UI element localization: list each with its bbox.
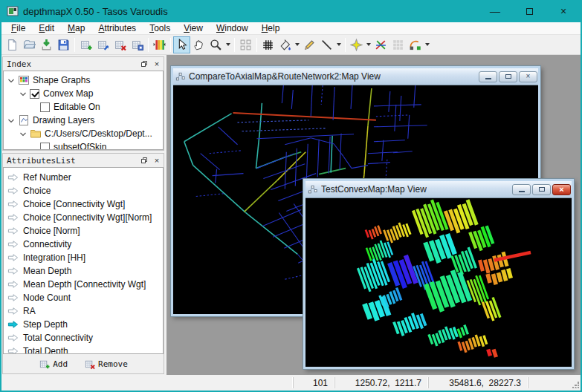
menu-item-file[interactable]: File: [4, 22, 32, 34]
attribute-item-connectivity[interactable]: Connectivity: [4, 238, 163, 251]
titlebar: depthmapX 0.50 - Tasos Varoudis — ×: [1, 0, 581, 22]
fill-dropdown-caret[interactable]: [294, 36, 301, 53]
attribute-arrow-icon: [7, 226, 19, 235]
draw-line-dropdown-caret[interactable]: [335, 36, 343, 53]
toolbar-draw-line-button[interactable]: [318, 36, 335, 53]
menu-item-tools[interactable]: Tools: [143, 22, 177, 34]
attribute-item-integration-hh[interactable]: Integration [HH]: [4, 251, 163, 264]
attribute-item-choice[interactable]: Choice: [4, 184, 163, 197]
toolbar-show-grid-button[interactable]: [259, 36, 277, 53]
toolbar-color-range-button[interactable]: [151, 36, 168, 53]
child-close-button[interactable]: ×: [552, 184, 571, 195]
toolbar-delete-map-button[interactable]: [111, 36, 129, 53]
tree-item-drawing-layers[interactable]: Drawing Layers: [4, 114, 163, 127]
toolbar-add-map-button[interactable]: [77, 36, 94, 53]
toolbar-separator: [170, 38, 171, 52]
attribute-item-node-count[interactable]: Node Count: [4, 291, 163, 304]
chevron-down-icon[interactable]: [7, 76, 15, 84]
chevron-down-icon[interactable]: [7, 117, 15, 124]
tree-item-shape-graphs[interactable]: Shape Graphs: [4, 74, 163, 87]
attribute-item-total-depth[interactable]: Total Depth: [4, 344, 163, 354]
menu-item-attributes[interactable]: Attributes: [91, 22, 143, 34]
toolbar-axial-map-button[interactable]: [372, 36, 389, 53]
toolbar-fill-button[interactable]: [277, 36, 294, 53]
fill-icon: [279, 39, 291, 51]
toolbar-pencil-button[interactable]: [301, 36, 318, 53]
toolbar-separator: [256, 38, 257, 52]
toolbar-step-depth-button[interactable]: [407, 36, 424, 53]
child-minimize-button[interactable]: [479, 71, 497, 82]
subsetofskin-checkbox[interactable]: [40, 143, 50, 151]
drawing-layers-icon: [18, 114, 30, 126]
map-view-icon: [307, 184, 318, 195]
toolbar-block-map-button[interactable]: [389, 36, 407, 53]
maximize-icon: [539, 187, 545, 192]
chevron-down-icon[interactable]: [19, 130, 27, 137]
toolbar-zoom-extents-button[interactable]: [237, 36, 254, 53]
toolbar-separator: [234, 38, 235, 52]
attribute-label: Node Count: [23, 293, 71, 303]
attributes-panel: AttributesList × Ref NumberChoiceChoice …: [2, 153, 164, 374]
convex-window-title: TestConvexMap:Map View: [321, 184, 427, 195]
menu-item-edit[interactable]: Edit: [32, 22, 61, 34]
save-icon: [57, 39, 70, 51]
axial-window-titlebar[interactable]: CompareToAxialMap&RouteNetwork2:Map View…: [173, 68, 538, 85]
float-panel-icon[interactable]: [140, 59, 149, 68]
toolbar-select-button[interactable]: [173, 36, 190, 53]
toolbar-convert-map-button[interactable]: [94, 36, 111, 53]
attribute-item-choice-connectivity-wgt-norm[interactable]: Choice [Connectivity Wgt][Norm]: [4, 211, 163, 224]
menu-item-view[interactable]: View: [177, 22, 210, 34]
menu-item-map[interactable]: Map: [61, 22, 91, 34]
minimize-button[interactable]: —: [478, 0, 512, 22]
menu-item-window[interactable]: Window: [210, 22, 255, 34]
attribute-item-total-connectivity[interactable]: Total Connectivity: [4, 331, 163, 344]
child-minimize-button[interactable]: [512, 184, 531, 195]
step-depth-dropdown-caret[interactable]: [424, 36, 431, 53]
convex-map-view[interactable]: [305, 197, 572, 367]
zoom-dropdown-caret[interactable]: [224, 36, 232, 53]
attribute-item-ref-number[interactable]: Ref Number: [4, 171, 163, 184]
remove-attribute-button[interactable]: Remove: [84, 359, 128, 370]
attribute-item-mean-depth[interactable]: Mean Depth: [4, 264, 163, 278]
attribute-item-mean-depth-connectivity-wgt[interactable]: Mean Depth [Connectivity Wgt]: [4, 278, 163, 291]
close-panel-icon[interactable]: ×: [152, 59, 161, 68]
convex-map-checkbox[interactable]: [30, 89, 39, 99]
close-panel-icon[interactable]: ×: [152, 156, 161, 165]
toolbar-new-file-button[interactable]: [4, 36, 21, 53]
toolbar-import-button[interactable]: [38, 36, 55, 53]
float-panel-icon[interactable]: [140, 156, 149, 165]
tree-item-subsetofskin[interactable]: subsetOfSkin: [4, 140, 163, 150]
chevron-down-icon[interactable]: [19, 90, 27, 97]
close-button[interactable]: ×: [546, 0, 581, 22]
attribute-item-ra[interactable]: RA: [4, 304, 163, 318]
tree-item-editable-on[interactable]: Editable On: [4, 100, 163, 114]
child-maximize-button[interactable]: [532, 184, 551, 195]
isovist-dropdown-caret[interactable]: [365, 36, 372, 53]
maximize-button[interactable]: [512, 0, 546, 22]
caret-down-icon: [337, 43, 341, 46]
add-attribute-button[interactable]: Add: [39, 359, 68, 370]
editable-on-checkbox[interactable]: [40, 102, 50, 112]
toolbar-save-button[interactable]: [55, 36, 72, 53]
convex-map-canvas[interactable]: [305, 198, 572, 367]
toolbar-push-map-button[interactable]: [129, 36, 146, 53]
convex-window-titlebar[interactable]: TestConvexMap:Map View ×: [305, 181, 572, 197]
attribute-item-choice-connectivity-wgt[interactable]: Choice [Connectivity Wgt]: [4, 197, 163, 211]
tree-item-convex-map[interactable]: Convex Map: [4, 87, 163, 100]
attribute-arrow-icon: [7, 293, 19, 302]
child-close-button[interactable]: ×: [519, 71, 537, 82]
index-panel-header: Index ×: [3, 57, 164, 71]
menu-item-help[interactable]: Help: [255, 22, 287, 34]
toolbar-pan-button[interactable]: [190, 36, 207, 53]
child-maximize-button[interactable]: [499, 71, 517, 82]
status-count: 101: [293, 377, 334, 388]
tree-item-drawing-file[interactable]: C:/Users/C/Desktop/Dept...: [4, 127, 163, 140]
toolbar-isovist-button[interactable]: [348, 36, 365, 53]
attribute-arrow-icon: [7, 200, 19, 209]
resize-grip[interactable]: [571, 375, 581, 391]
toolbar-zoom-button[interactable]: [207, 36, 224, 53]
index-panel: Index × Shape Graphs Conve: [2, 56, 164, 151]
toolbar-open-file-button[interactable]: [21, 36, 38, 53]
attribute-item-step-depth[interactable]: Step Depth: [4, 318, 163, 331]
attribute-item-choice-norm[interactable]: Choice [Norm]: [4, 224, 163, 238]
